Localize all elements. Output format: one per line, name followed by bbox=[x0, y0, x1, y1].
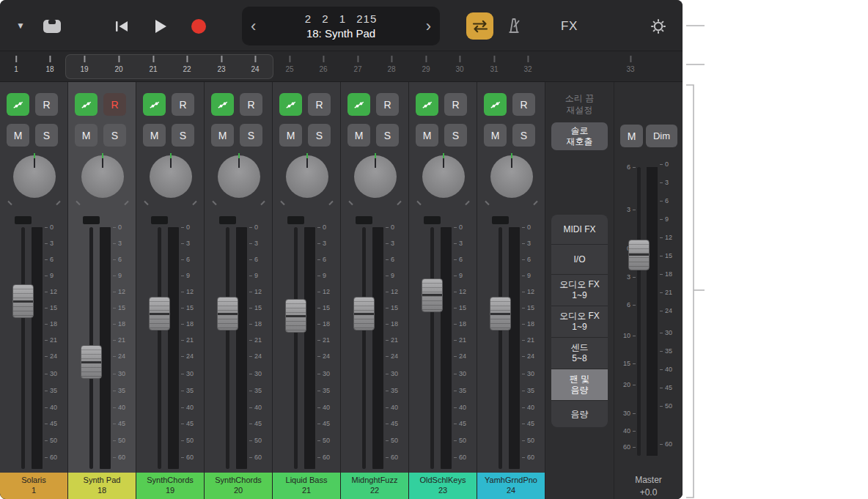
inspector-section-4[interactable]: 센드5~8 bbox=[551, 338, 608, 369]
ruler-tick-32[interactable]: 32 bbox=[523, 56, 532, 73]
previous-chevron-icon[interactable]: ‹ bbox=[242, 18, 265, 34]
settings-gear-icon[interactable] bbox=[650, 18, 667, 35]
fader-cap[interactable] bbox=[422, 278, 443, 312]
ruler-tick-26[interactable]: 26 bbox=[319, 56, 327, 73]
automation-button[interactable] bbox=[347, 93, 370, 116]
disclosure-triangle-icon[interactable]: ▼ bbox=[16, 21, 25, 31]
fader-cap[interactable] bbox=[149, 297, 170, 330]
fader-cap[interactable] bbox=[81, 345, 102, 379]
record-enable-button[interactable]: R bbox=[35, 93, 58, 116]
channel-label[interactable]: YamhGrndPno 24 bbox=[477, 473, 545, 499]
cycle-button[interactable] bbox=[466, 12, 493, 40]
mute-button[interactable]: M bbox=[7, 124, 29, 147]
pan-knob-dial[interactable] bbox=[150, 155, 192, 198]
solo-button[interactable]: S bbox=[444, 124, 467, 147]
inspector-section-2[interactable]: 오디오 FX1~9 bbox=[551, 275, 608, 306]
pan-knob[interactable] bbox=[477, 155, 545, 204]
metronome-icon[interactable] bbox=[504, 16, 523, 35]
fader-cap[interactable] bbox=[490, 297, 511, 330]
solo-button[interactable]: S bbox=[103, 124, 126, 147]
ruler-tick-22[interactable]: 22 bbox=[183, 56, 191, 73]
pan-knob[interactable] bbox=[205, 155, 273, 204]
automation-button[interactable] bbox=[211, 93, 234, 116]
skip-to-beginning-button[interactable] bbox=[114, 20, 130, 33]
inspector-section-1[interactable]: I/O bbox=[551, 245, 608, 275]
inspector-section-0[interactable]: MIDI FX bbox=[551, 215, 608, 245]
pan-knob[interactable] bbox=[341, 155, 409, 204]
pan-knob-dial[interactable] bbox=[422, 155, 465, 198]
record-enable-button[interactable]: R bbox=[172, 93, 194, 116]
ruler-tick-23[interactable]: 23 bbox=[217, 56, 225, 73]
pan-knob[interactable] bbox=[136, 155, 205, 204]
channel-label[interactable]: SynthChords 20 bbox=[205, 473, 272, 499]
pan-knob-dial[interactable] bbox=[13, 155, 56, 198]
ruler-tick-1[interactable]: 1 bbox=[14, 56, 18, 73]
record-enable-button[interactable]: R bbox=[240, 93, 262, 116]
ruler-tick-31[interactable]: 31 bbox=[490, 56, 498, 73]
ruler-tick-30[interactable]: 30 bbox=[455, 56, 463, 73]
automation-button[interactable] bbox=[7, 93, 29, 116]
record-enable-button[interactable]: R bbox=[444, 93, 467, 116]
ruler-tick-24[interactable]: 24 bbox=[251, 56, 259, 73]
master-fader-cap[interactable] bbox=[628, 240, 650, 270]
ruler-tick-18[interactable]: 18 bbox=[45, 56, 54, 73]
inspector-section-3[interactable]: 오디오 FX1~9 bbox=[551, 306, 608, 338]
record-button[interactable] bbox=[191, 19, 206, 34]
pan-knob-dial[interactable] bbox=[354, 155, 397, 198]
pan-knob[interactable] bbox=[0, 155, 68, 204]
solo-button[interactable]: S bbox=[512, 124, 535, 147]
mute-button[interactable]: M bbox=[347, 124, 370, 147]
mute-button[interactable]: M bbox=[75, 124, 98, 147]
solo-button[interactable]: S bbox=[308, 124, 331, 147]
mute-button[interactable]: M bbox=[143, 124, 166, 147]
pan-knob[interactable] bbox=[273, 155, 341, 204]
browser-icon[interactable] bbox=[43, 19, 62, 34]
lcd-display[interactable]: ‹ 2 2 1 215 18: Synth Pad › bbox=[242, 7, 440, 45]
pan-knob[interactable] bbox=[409, 155, 477, 204]
solo-button[interactable]: S bbox=[376, 124, 399, 147]
next-chevron-icon[interactable]: › bbox=[417, 18, 440, 34]
solo-button[interactable]: S bbox=[172, 124, 194, 147]
pan-knob-dial[interactable] bbox=[81, 155, 124, 198]
solo-button[interactable]: S bbox=[35, 124, 58, 147]
channel-label[interactable]: Liquid Bass 21 bbox=[273, 473, 340, 499]
fader-cap[interactable] bbox=[217, 297, 238, 330]
ruler-tick-27[interactable]: 27 bbox=[353, 56, 361, 73]
channel-label[interactable]: Solaris 1 bbox=[0, 473, 67, 499]
record-enable-button[interactable]: R bbox=[512, 93, 535, 116]
pan-knob-dial[interactable] bbox=[490, 155, 533, 198]
ruler-tick-29[interactable]: 29 bbox=[422, 56, 430, 73]
automation-button[interactable] bbox=[75, 93, 98, 116]
fader-cap[interactable] bbox=[353, 297, 375, 330]
mute-button[interactable]: M bbox=[484, 124, 507, 147]
inspector-section-6[interactable]: 음량 bbox=[551, 401, 608, 427]
channel-label[interactable]: SynthChords 19 bbox=[136, 473, 204, 499]
fader-cap[interactable] bbox=[12, 284, 34, 318]
automation-button[interactable] bbox=[279, 93, 302, 116]
automation-button[interactable] bbox=[484, 93, 507, 116]
ruler-tick-28[interactable]: 28 bbox=[387, 56, 395, 73]
ruler-tick-33[interactable]: 33 bbox=[626, 56, 634, 73]
automation-button[interactable] bbox=[416, 93, 438, 116]
automation-button[interactable] bbox=[143, 93, 166, 116]
mute-button[interactable]: M bbox=[279, 124, 302, 147]
fx-label[interactable]: FX bbox=[561, 19, 578, 34]
channel-label[interactable]: Synth Pad 18 bbox=[68, 473, 136, 499]
play-button[interactable] bbox=[153, 18, 168, 34]
channel-ruler[interactable]: 118192021222324252627282930313233 bbox=[0, 51, 683, 82]
solo-recall-button[interactable]: 솔로 재호출 bbox=[551, 122, 608, 150]
record-enable-button[interactable]: R bbox=[376, 93, 399, 116]
pan-knob-dial[interactable] bbox=[218, 155, 260, 198]
master-mute-button[interactable]: M bbox=[620, 125, 643, 147]
ruler-tick-21[interactable]: 21 bbox=[149, 56, 157, 73]
ruler-tick-20[interactable]: 20 bbox=[114, 56, 122, 73]
fader-cap[interactable] bbox=[285, 299, 306, 333]
solo-button[interactable]: S bbox=[240, 124, 262, 147]
mute-button[interactable]: M bbox=[416, 124, 438, 147]
mute-button[interactable]: M bbox=[211, 124, 234, 147]
inspector-section-5[interactable]: 팬 및음량 bbox=[551, 369, 608, 401]
ruler-tick-25[interactable]: 25 bbox=[285, 56, 293, 73]
channel-label[interactable]: MidnghtFuzz 22 bbox=[341, 473, 408, 499]
master-dim-button[interactable]: Dim bbox=[646, 125, 677, 147]
ruler-tick-19[interactable]: 19 bbox=[80, 56, 88, 73]
